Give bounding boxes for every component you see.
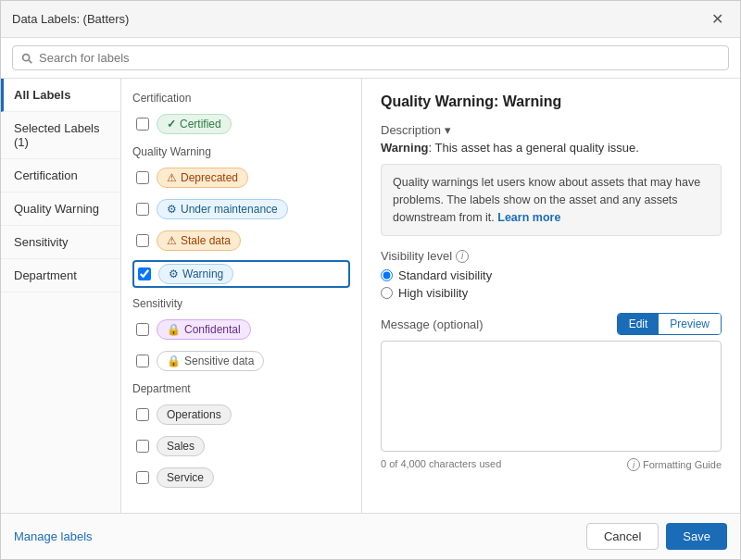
checkbox-under-maintenance[interactable] bbox=[136, 203, 149, 216]
badge-operations[interactable]: Operations bbox=[157, 404, 232, 425]
sidebar-item-selected-labels[interactable]: Selected Labels (1) bbox=[1, 112, 120, 159]
description-rest: : This asset has a general quality issue… bbox=[429, 141, 639, 155]
deprecated-icon: ⚠ bbox=[167, 171, 177, 184]
badge-under-maintenance[interactable]: ⚙ Under maintenance bbox=[157, 199, 288, 219]
description-label: Description bbox=[381, 123, 441, 137]
visibility-section: Visibility level i Standard visibility H… bbox=[381, 249, 722, 300]
radio-standard-visibility: Standard visibility bbox=[381, 268, 722, 282]
section-title-sensitivity: Sensitivity bbox=[132, 297, 350, 310]
checkbox-deprecated[interactable] bbox=[136, 171, 149, 184]
high-visibility-label: High visibility bbox=[398, 286, 468, 300]
char-count: 0 of 4,000 characters used bbox=[381, 458, 501, 471]
detail-panel: Quality Warning: Warning Description ▾ W… bbox=[362, 79, 740, 513]
format-guide-icon: i bbox=[627, 458, 640, 471]
badge-sales[interactable]: Sales bbox=[157, 436, 205, 456]
label-row-warning: ⚙ Warning bbox=[132, 260, 350, 288]
search-icon bbox=[20, 52, 33, 65]
close-button[interactable]: ✕ bbox=[706, 8, 729, 30]
label-row-under-maintenance: ⚙ Under maintenance bbox=[132, 197, 350, 221]
search-wrap bbox=[12, 45, 729, 70]
label-row-sensitive-data: 🔒 Sensitive data bbox=[132, 349, 350, 373]
save-button[interactable]: Save bbox=[666, 523, 727, 550]
footer-buttons: Cancel Save bbox=[586, 523, 727, 550]
checkbox-sensitive-data[interactable] bbox=[136, 355, 149, 367]
dialog: Data Labels: (Batters) ✕ All Labels Sele… bbox=[0, 0, 741, 560]
label-row-stale-data: ⚠ Stale data bbox=[132, 229, 350, 253]
checkbox-stale-data[interactable] bbox=[136, 234, 149, 247]
description-bold: Warning bbox=[381, 141, 429, 155]
badge-sensitive-data[interactable]: 🔒 Sensitive data bbox=[157, 351, 264, 371]
sidebar-item-all-labels[interactable]: All Labels bbox=[1, 79, 120, 112]
checkbox-warning[interactable] bbox=[138, 268, 151, 280]
section-title-quality-warning: Quality Warning bbox=[132, 145, 350, 158]
dialog-footer: Manage labels Cancel Save bbox=[1, 513, 740, 559]
preview-tab[interactable]: Preview bbox=[659, 314, 721, 334]
radio-high-visibility: High visibility bbox=[381, 286, 722, 300]
label-panel: Certification ✓ Certified Quality Warnin… bbox=[121, 79, 362, 513]
certified-icon: ✓ bbox=[167, 118, 176, 131]
visibility-info-icon[interactable]: i bbox=[456, 250, 469, 263]
confidential-icon: 🔒 bbox=[167, 323, 181, 336]
sensitive-icon: 🔒 bbox=[167, 355, 181, 367]
badge-certified[interactable]: ✓ Certified bbox=[157, 114, 232, 134]
message-section: Message (optional) Edit Preview 0 of 4,0… bbox=[381, 313, 722, 471]
manage-labels-link[interactable]: Manage labels bbox=[14, 529, 93, 543]
visibility-label: Visibility level i bbox=[381, 249, 722, 263]
search-bar bbox=[1, 38, 740, 79]
dialog-title: Data Labels: (Batters) bbox=[12, 12, 129, 26]
badge-confidential[interactable]: 🔒 Confidental bbox=[157, 319, 251, 340]
section-title-certification: Certification bbox=[132, 92, 350, 105]
stale-icon: ⚠ bbox=[167, 234, 177, 247]
sidebar-item-certification[interactable]: Certification bbox=[1, 159, 120, 193]
maintenance-icon: ⚙ bbox=[167, 203, 177, 216]
sidebar-item-sensitivity[interactable]: Sensitivity bbox=[1, 226, 120, 259]
cancel-button[interactable]: Cancel bbox=[586, 523, 659, 550]
badge-deprecated[interactable]: ⚠ Deprecated bbox=[157, 168, 248, 188]
label-row-operations: Operations bbox=[132, 403, 350, 427]
chevron-down-icon: ▾ bbox=[445, 123, 451, 137]
message-textarea[interactable] bbox=[381, 341, 722, 452]
svg-line-1 bbox=[29, 60, 31, 63]
radio-high[interactable] bbox=[381, 287, 393, 299]
radio-standard[interactable] bbox=[381, 269, 393, 281]
svg-point-0 bbox=[23, 54, 30, 60]
sidebar: All Labels Selected Labels (1) Certifica… bbox=[1, 79, 121, 513]
checkbox-sales[interactable] bbox=[136, 440, 149, 453]
format-guide[interactable]: i Formatting Guide bbox=[627, 458, 722, 471]
char-count-row: 0 of 4,000 characters used i Formatting … bbox=[381, 458, 722, 471]
sidebar-item-quality-warning[interactable]: Quality Warning bbox=[1, 193, 120, 226]
label-row-confidential: 🔒 Confidental bbox=[132, 317, 350, 342]
description-text: Warning: This asset has a general qualit… bbox=[381, 141, 722, 155]
edit-preview-tabs: Edit Preview bbox=[617, 313, 722, 335]
checkbox-operations[interactable] bbox=[136, 408, 149, 421]
badge-warning[interactable]: ⚙ Warning bbox=[158, 264, 233, 284]
standard-visibility-label: Standard visibility bbox=[398, 268, 492, 282]
checkbox-confidential[interactable] bbox=[136, 323, 149, 336]
badge-stale-data[interactable]: ⚠ Stale data bbox=[157, 230, 241, 251]
learn-more-link[interactable]: Learn more bbox=[497, 211, 560, 224]
info-box: Quality warnings let users know about as… bbox=[381, 164, 722, 236]
message-label: Message (optional) bbox=[381, 317, 484, 331]
sidebar-item-department[interactable]: Department bbox=[1, 259, 120, 292]
warning-icon: ⚙ bbox=[169, 268, 179, 280]
search-input[interactable] bbox=[39, 51, 721, 65]
label-row-service: Service bbox=[132, 466, 350, 490]
label-row-certified: ✓ Certified bbox=[132, 112, 350, 136]
label-row-deprecated: ⚠ Deprecated bbox=[132, 166, 350, 190]
edit-tab[interactable]: Edit bbox=[618, 314, 659, 334]
dialog-header: Data Labels: (Batters) ✕ bbox=[1, 1, 740, 38]
badge-service[interactable]: Service bbox=[157, 467, 214, 488]
section-title-department: Department bbox=[132, 382, 350, 395]
checkbox-certified[interactable] bbox=[136, 118, 149, 131]
label-row-sales: Sales bbox=[132, 434, 350, 458]
description-header[interactable]: Description ▾ bbox=[381, 123, 722, 137]
dialog-body: All Labels Selected Labels (1) Certifica… bbox=[1, 79, 740, 513]
checkbox-service[interactable] bbox=[136, 471, 149, 484]
detail-title: Quality Warning: Warning bbox=[381, 93, 722, 110]
message-header: Message (optional) Edit Preview bbox=[381, 313, 722, 335]
